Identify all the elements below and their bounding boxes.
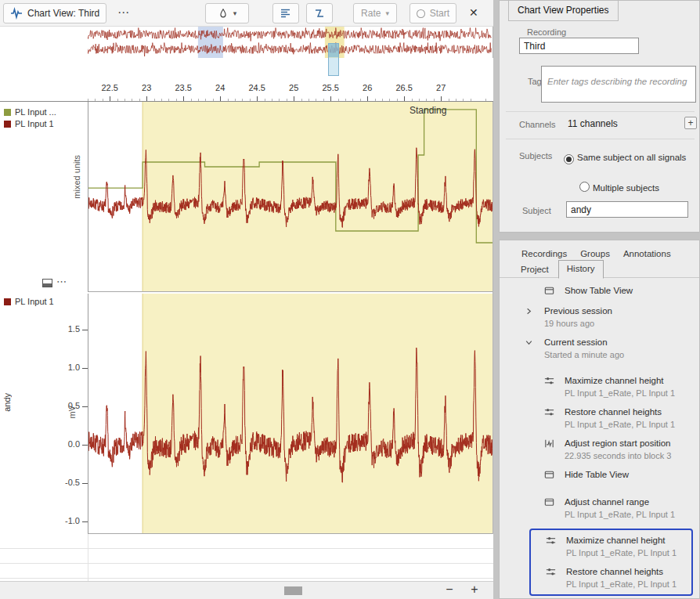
history-item-text: Show Table View xyxy=(565,285,633,297)
y-tick-label: 1.0 xyxy=(49,363,80,372)
legend-label-signal: PL Input 1 xyxy=(15,297,54,306)
channel-height-icon[interactable] xyxy=(42,279,52,287)
properties-panel: Chart View Properties Recording Tags Cha… xyxy=(499,0,700,233)
radio-multiple-subjects[interactable] xyxy=(579,182,590,192)
rate-dropdown[interactable]: Rate ▾ xyxy=(353,3,397,23)
time-minor-tick xyxy=(213,99,214,101)
time-tick-label: 24.5 xyxy=(248,83,265,92)
history-item-icon xyxy=(543,438,556,450)
time-tick xyxy=(146,96,147,101)
time-tick xyxy=(110,96,110,101)
history-item-subtitle: PL Input 1_eRate, PL Input 1 xyxy=(565,510,675,520)
channel2-legend[interactable]: PL Input 1 xyxy=(4,297,54,309)
overview-minimap[interactable] xyxy=(88,27,492,58)
time-minor-tick xyxy=(279,99,280,101)
history-item-text: Restore channel heightsPL Input 1_eRate,… xyxy=(565,406,675,430)
time-tick-label: 25.5 xyxy=(322,83,338,92)
start-button[interactable]: Start xyxy=(410,3,456,23)
chart-pane: Chart View: Third ⋯ ▾ Rate ▾ Start ✕ xyxy=(0,0,493,599)
time-minor-tick xyxy=(412,99,413,101)
time-minor-tick xyxy=(191,99,192,101)
history-item[interactable]: Adjust region start position22.935 secon… xyxy=(500,434,699,465)
subject-input[interactable] xyxy=(566,201,688,218)
more-options-button[interactable]: ⋯ xyxy=(117,5,129,20)
add-channel-button[interactable]: + xyxy=(684,117,697,129)
history-item[interactable]: Current sessionStarted a minute ago xyxy=(500,333,699,364)
time-minor-tick xyxy=(309,99,309,101)
history-item[interactable]: Adjust channel rangePL Input 1_eRate, PL… xyxy=(500,493,699,524)
time-minor-tick xyxy=(449,99,449,101)
time-minor-tick xyxy=(132,99,132,101)
time-minor-tick xyxy=(382,99,383,101)
time-minor-tick xyxy=(250,99,251,101)
zoom-in-button[interactable]: + xyxy=(464,580,485,598)
history-item-icon xyxy=(523,305,536,318)
time-tick xyxy=(183,96,184,101)
sliders-icon xyxy=(543,375,555,387)
history-item[interactable]: Restore channel heightsPL Input 1_eRate,… xyxy=(531,562,691,594)
channel-menu-button[interactable]: ⋯ xyxy=(56,276,67,287)
radio-same-subject[interactable] xyxy=(564,154,574,164)
history-item[interactable]: Hide Table View xyxy=(500,465,699,485)
time-minor-tick xyxy=(242,99,243,101)
time-tick xyxy=(367,96,368,101)
sliders-icon xyxy=(543,406,555,418)
time-minor-tick xyxy=(154,99,155,101)
time-minor-tick xyxy=(345,99,346,101)
history-item-icon xyxy=(545,535,557,547)
tab-history[interactable]: History xyxy=(558,260,604,279)
history-item-text: Maximize channel heightPL Input 1_eRate,… xyxy=(565,375,675,399)
time-axis[interactable]: 22.52323.52424.52525.52626.527 xyxy=(0,76,493,102)
horizontal-scrollbar[interactable] xyxy=(0,581,493,599)
recording-input[interactable] xyxy=(519,38,639,54)
droplet-dropdown-button[interactable]: ▾ xyxy=(205,3,249,23)
y-tick-label: 0.0 xyxy=(49,439,80,449)
time-minor-tick xyxy=(485,99,486,101)
block-ruler[interactable] xyxy=(0,58,493,76)
history-item[interactable]: Maximize channel heightPL Input 1_eRate,… xyxy=(531,531,691,562)
radio-same-subject-label: Same subject on all signals xyxy=(577,151,696,164)
tab-recordings[interactable]: Recordings xyxy=(521,247,567,260)
subject-label: Subject xyxy=(522,206,551,215)
chart-view-label: Chart View: Third xyxy=(27,8,99,19)
time-minor-tick xyxy=(375,99,376,101)
channel2-container xyxy=(88,294,493,534)
time-tick xyxy=(330,96,331,101)
close-button[interactable]: ✕ xyxy=(469,6,478,19)
properties-panel-tab[interactable]: Chart View Properties xyxy=(508,1,619,21)
row-divider xyxy=(0,578,493,579)
y-tick-label: 1.5 xyxy=(49,324,80,334)
tab-groups[interactable]: Groups xyxy=(580,247,610,260)
channel1-legend[interactable]: PL Input ... PL Input 1 xyxy=(4,107,56,131)
history-item-text: Adjust channel rangePL Input 1_eRate, PL… xyxy=(565,496,675,520)
tab-project[interactable]: Project xyxy=(521,263,549,282)
zoom-out-button[interactable]: − xyxy=(439,580,460,598)
time-minor-tick xyxy=(168,99,169,101)
history-item[interactable]: Restore channel heightsPL Input 1_eRate,… xyxy=(500,402,699,434)
tags-input[interactable] xyxy=(541,66,696,103)
selection-handle[interactable] xyxy=(328,43,339,76)
time-minor-tick xyxy=(228,99,229,101)
history-item-title: Adjust region start position xyxy=(565,438,671,449)
time-minor-tick xyxy=(161,99,162,101)
time-tick-label: 26 xyxy=(363,83,372,92)
scrollbar-thumb[interactable] xyxy=(284,586,302,595)
channel1-plot[interactable] xyxy=(88,102,493,291)
history-item[interactable]: Maximize channel heightPL Input 1_eRate,… xyxy=(500,371,699,402)
slope-tool-button[interactable] xyxy=(306,3,333,23)
tab-annotations[interactable]: Annotations xyxy=(623,247,671,260)
channel1-container: Standing xyxy=(88,102,493,292)
history-item[interactable]: Show Table View xyxy=(500,281,699,301)
chart-view-button[interactable]: Chart View: Third xyxy=(3,3,106,23)
history-item-icon xyxy=(545,566,557,579)
history-item-icon xyxy=(543,406,556,419)
chevron-right-icon xyxy=(523,305,535,317)
history-item-icon xyxy=(543,469,556,482)
history-item-text: Maximize channel heightPL Input 1_eRate,… xyxy=(566,535,677,558)
region-annotation[interactable]: Standing xyxy=(410,105,446,116)
time-minor-tick xyxy=(124,99,125,101)
channel2-plot[interactable] xyxy=(88,294,493,533)
start-label: Start xyxy=(430,8,449,19)
history-item[interactable]: Previous session19 hours ago xyxy=(500,301,699,333)
comment-lines-button[interactable] xyxy=(272,3,299,23)
